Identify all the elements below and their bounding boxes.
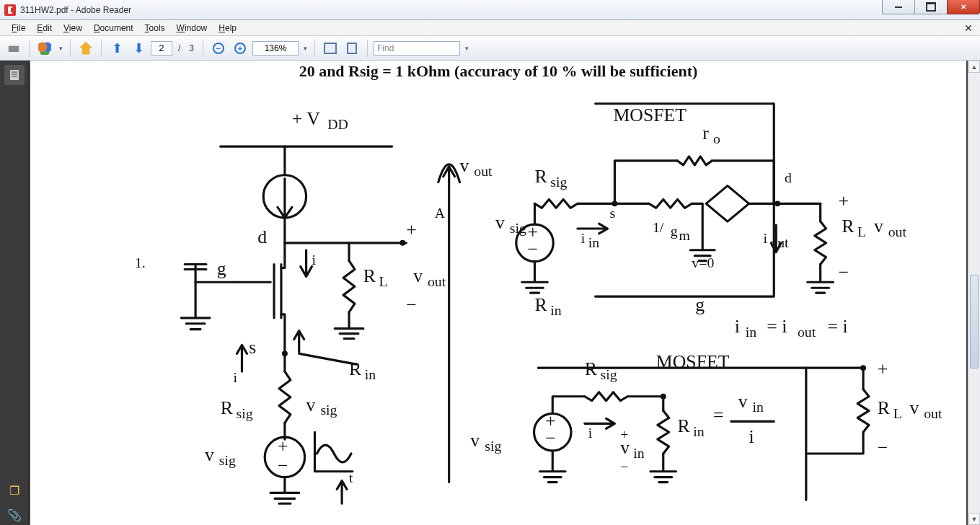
svg-text:R: R [349,358,362,379]
pdf-page: 20 and Rsig = 1 kOhm (accuracy of 10 % w… [30,61,966,525]
svg-text:o: o [713,131,720,146]
comments-panel-button[interactable]: ❐ [4,480,25,500]
menu-document[interactable]: Document [88,22,139,35]
menu-document-label: ocument [100,23,133,33]
zoom-out-button[interactable]: − [209,39,228,58]
svg-text:v: v [413,265,423,286]
svg-text:v: v [306,394,316,415]
print-button[interactable] [4,39,23,58]
svg-text:R: R [535,294,548,315]
svg-text:L: L [893,405,902,421]
vertical-scrollbar[interactable]: ▲ ▼ [968,61,980,525]
collaborate-button[interactable] [35,39,54,58]
svg-text:in: in [753,399,764,415]
window-title: 311HW2.pdf - Adobe Reader [20,5,131,15]
svg-text:MOSFET: MOSFET [656,351,730,372]
fit-width-button[interactable] [321,39,340,58]
collaborate-dropdown[interactable]: ▾ [57,45,64,52]
svg-text:R: R [221,398,234,419]
menu-file[interactable]: File [6,22,31,35]
prev-page-button[interactable]: ⬆ [107,39,126,58]
svg-text:i: i [735,316,740,337]
svg-text:R: R [878,398,891,419]
svg-text:in: in [746,324,757,340]
find-input[interactable]: Find [374,41,460,56]
svg-text:v: v [620,437,630,458]
svg-point-8 [399,240,405,246]
menu-help[interactable]: Help [213,22,242,35]
svg-text:= i: = i [767,316,787,337]
window-titlebar: 311HW2.pdf - Adobe Reader [0,0,980,20]
svg-text:i: i [588,425,593,441]
document-area[interactable]: 20 and Rsig = 1 kOhm (accuracy of 10 % w… [29,61,968,525]
svg-text:v: v [495,212,505,233]
zoom-level-select[interactable]: 136% [252,41,299,56]
svg-text:in: in [550,302,562,318]
svg-text:−: − [620,459,628,475]
svg-text:t: t [349,469,353,485]
menu-window[interactable]: Window [171,22,213,35]
fit-page-button[interactable] [343,39,361,58]
scroll-thumb[interactable] [970,275,979,369]
svg-text:sig: sig [485,438,501,454]
svg-text:+: + [838,190,849,211]
svg-text:i: i [749,426,754,447]
svg-text:+: + [406,219,417,240]
thumbnails-panel-button[interactable] [4,65,25,85]
menu-edit[interactable]: Edit [31,22,58,35]
svg-text:in: in [633,445,645,461]
print-icon [7,42,20,55]
window-close-button[interactable] [947,0,980,14]
minus-icon: − [213,43,224,54]
scroll-track[interactable] [968,73,980,513]
svg-text:out: out [798,324,816,340]
page-thumbnails-icon [8,69,21,81]
toolbar-separator [203,40,203,57]
zoom-dropdown[interactable]: ▾ [301,45,309,52]
svg-text:r: r [702,123,709,144]
svg-rect-2 [12,74,17,75]
collaborate-icon [38,42,51,55]
window-minimize-button[interactable] [882,0,915,14]
svg-text:−: − [878,437,888,458]
menu-edit-label: dit [43,23,52,33]
zoom-in-button[interactable]: + [231,39,250,58]
svg-text:sig: sig [320,402,337,418]
arrow-down-icon: ⬇ [133,40,144,56]
menu-view[interactable]: View [58,22,88,35]
svg-text:i: i [581,230,586,246]
page-separator: / [175,43,183,53]
svg-text:v: v [909,398,919,419]
svg-text:DD: DD [327,116,348,132]
page-number-input[interactable] [151,41,172,56]
svg-text:in: in [365,366,376,382]
svg-text:s: s [249,337,256,358]
toolbar-separator [314,40,315,57]
menu-help-label: elp [225,23,237,33]
svg-text:v: v [470,430,480,451]
svg-text:−: − [278,455,288,476]
menubar: File Edit View Document Tools Window Hel… [0,20,980,36]
svg-text:+: + [878,358,888,379]
svg-text:g: g [671,223,678,239]
svg-text:sig: sig [550,174,567,190]
workspace: ❐ 📎 20 and Rsig = 1 kOhm (accuracy of 10… [0,61,980,525]
scroll-up-button[interactable]: ▲ [968,61,980,73]
svg-text:m: m [679,227,691,243]
svg-text:i: i [234,369,238,385]
svg-text:1/: 1/ [653,219,664,235]
close-document-button[interactable]: ✕ [961,22,976,35]
scroll-down-button[interactable]: ▼ [968,513,980,525]
svg-text:v: v [460,155,469,176]
menu-tools[interactable]: Tools [139,22,171,35]
upload-button[interactable] [76,39,95,58]
svg-text:R: R [363,265,376,286]
next-page-button[interactable]: ⬇ [129,39,148,58]
menu-view-label: iew [69,23,82,33]
attachments-panel-button[interactable]: 📎 [4,505,25,525]
find-dropdown[interactable]: ▾ [463,45,470,52]
svg-text:1.: 1. [135,255,146,270]
upload-icon [79,42,92,55]
svg-text:−: − [545,428,556,449]
window-maximize-button[interactable] [914,0,948,14]
